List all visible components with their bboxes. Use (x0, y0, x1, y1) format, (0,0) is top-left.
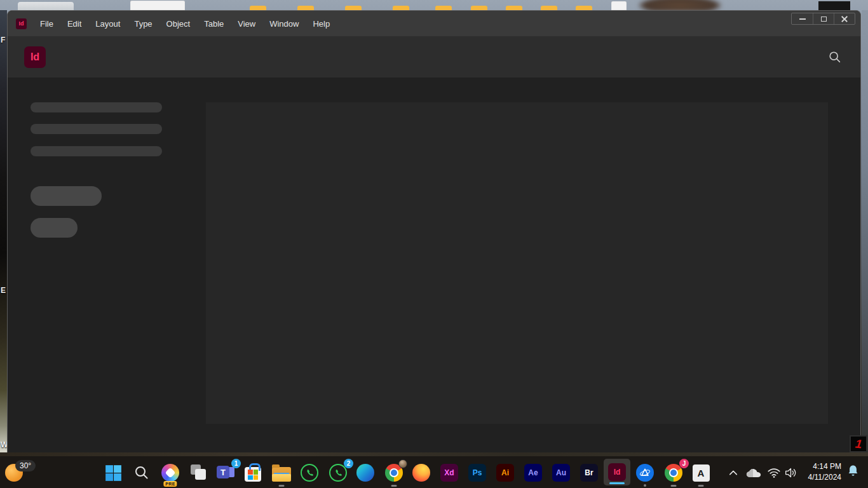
photoshop-icon: Ps (468, 464, 486, 482)
titlebar: Id File Edit Layout Type Object Table Vi… (8, 11, 860, 36)
running-indicator (391, 485, 397, 487)
running-indicator (671, 485, 677, 487)
after-effects-icon: Ae (524, 464, 542, 482)
desktop-icon-top (611, 1, 627, 10)
teams-icon: T (217, 464, 234, 481)
running-indicator (698, 485, 704, 487)
indesign-taskbar-button[interactable]: Id (604, 459, 630, 485)
loading-placeholder-panel (206, 102, 828, 424)
desktop-folder-icon-top (471, 6, 487, 10)
wifi-icon (767, 466, 781, 480)
volume-button[interactable] (782, 464, 799, 482)
desktop-folder-icon-top (393, 6, 409, 10)
search-icon (828, 50, 842, 64)
whatsapp-button[interactable] (299, 462, 320, 484)
desktop-icon-top (818, 1, 850, 10)
loading-placeholder-bar (31, 146, 162, 156)
adobe-cc-button[interactable]: A (690, 462, 712, 484)
desktop-icon-top (18, 2, 74, 10)
microsoft-store-button[interactable] (242, 462, 264, 484)
chrome-button[interactable] (383, 462, 405, 484)
task-view-button[interactable] (187, 462, 209, 484)
menu-item-table[interactable]: Table (197, 17, 231, 31)
onedrive-button[interactable] (745, 464, 763, 482)
menu-item-layout[interactable]: Layout (88, 17, 127, 31)
tray-date: 4/11/2024 (808, 472, 842, 483)
loading-placeholder-pill (31, 186, 102, 206)
menu-bar: File Edit Layout Type Object Table View … (33, 17, 337, 31)
menu-item-file[interactable]: File (33, 17, 60, 31)
loading-placeholder-bar (31, 102, 162, 112)
illustrator-button[interactable]: Ai (494, 462, 516, 484)
preview-badge: PRE (163, 481, 177, 487)
desktop-icon-top (130, 1, 185, 10)
chrome-profile-badge: J (679, 459, 689, 468)
tray-time: 4:14 PM (808, 461, 842, 472)
adobe-logo-icon: A (693, 464, 710, 482)
blue-orbit-app-icon (636, 464, 654, 482)
cloud-icon (745, 468, 762, 478)
desktop-folder-icon-top (576, 6, 592, 10)
profile-avatar (398, 459, 407, 468)
blue-orbit-app-button[interactable] (634, 462, 656, 484)
edge-icon (356, 464, 374, 482)
app-header: Id (8, 36, 860, 78)
after-effects-button[interactable]: Ae (522, 462, 544, 484)
desktop-folder-icon-top (541, 6, 557, 10)
whatsapp-icon (301, 464, 318, 482)
desktop-folder-icon-top (345, 6, 362, 10)
indesign-window: Id File Edit Layout Type Object Table Vi… (7, 10, 861, 452)
file-explorer-button[interactable] (271, 462, 292, 484)
whatsapp-2-button[interactable]: 2 (327, 462, 349, 484)
maximize-button[interactable] (813, 13, 834, 24)
search-button[interactable] (827, 50, 843, 65)
menu-item-window[interactable]: Window (262, 17, 306, 31)
adobe-xd-button[interactable]: Xd (438, 462, 460, 484)
indicator-glyph: 1 (855, 437, 863, 450)
menu-item-help[interactable]: Help (306, 17, 337, 31)
wifi-button[interactable] (765, 464, 783, 482)
copilot-button[interactable]: PRE (159, 462, 181, 484)
close-button[interactable] (834, 13, 855, 24)
close-icon (841, 15, 848, 23)
desktop-left-sliver (0, 10, 7, 452)
adobe-xd-icon: Xd (440, 464, 458, 482)
audition-button[interactable]: Au (550, 462, 572, 484)
running-indicator (644, 484, 646, 487)
weather-widget[interactable]: 30° (4, 460, 48, 485)
loading-placeholder-pill (31, 218, 78, 238)
chrome-profile-button[interactable]: J (663, 462, 684, 484)
bridge-button[interactable]: Br (578, 462, 600, 484)
edge-button[interactable] (355, 462, 376, 484)
teams-button[interactable]: T 1 (215, 462, 236, 484)
indesign-logo-small: Id (16, 18, 27, 29)
notifications-button[interactable] (847, 464, 859, 480)
firefox-button[interactable] (410, 462, 432, 484)
menu-item-edit[interactable]: Edit (60, 17, 88, 31)
teams-notification-badge: 1 (231, 459, 241, 468)
bell-icon (847, 464, 859, 478)
desktop-right-sliver (862, 10, 868, 452)
minimize-button[interactable] (792, 13, 813, 24)
photoshop-button[interactable]: Ps (466, 462, 488, 484)
bridge-icon: Br (580, 464, 598, 482)
minimize-icon (799, 18, 806, 20)
home-screen-content (8, 78, 860, 452)
window-controls (791, 13, 855, 25)
start-button[interactable] (102, 462, 124, 484)
audition-icon: Au (552, 464, 570, 482)
windows-logo-icon (105, 464, 122, 482)
menu-item-type[interactable]: Type (127, 17, 159, 31)
active-app-indicator (609, 482, 625, 484)
menu-item-view[interactable]: View (231, 17, 262, 31)
desktop-label-fragment: E (1, 286, 7, 295)
taskbar-search-button[interactable] (131, 462, 153, 484)
folder-icon (272, 467, 291, 482)
menu-item-object[interactable]: Object (159, 17, 198, 31)
whatsapp-notification-badge: 2 (344, 459, 353, 468)
tray-overflow-button[interactable] (724, 464, 742, 482)
indesign-logo: Id (24, 46, 46, 68)
desktop-folder-icon-top (435, 6, 452, 10)
desktop-label-fragment: W (1, 440, 7, 449)
clock-widget[interactable]: 4:14 PM 4/11/2024 (808, 461, 842, 483)
